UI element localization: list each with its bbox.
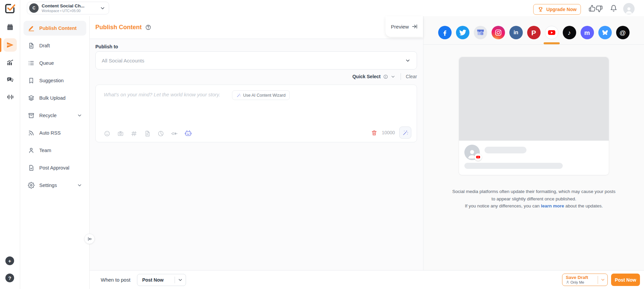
rail-item-publish[interactable] [3,38,17,52]
hashtag-icon[interactable] [131,130,137,137]
threads-icon[interactable]: @ [616,26,630,39]
user-avatar[interactable] [623,3,635,14]
composer-placeholder: What's on your mind? Let the world know … [104,92,220,97]
ai-content-wizard-button[interactable]: Use AI Content Wizard [232,90,290,100]
formatting-disclaimer: Social media platforms often update thei… [433,188,635,210]
save-draft-texts: Save Draft Only Me [562,275,598,284]
schedule-select[interactable]: Post Now [137,274,186,286]
sidebar-item-label: Draft [39,43,50,48]
chevron-down-icon [405,58,411,63]
quick-select-label[interactable]: Quick Select [352,74,380,79]
when-to-post-label: When to post [101,277,130,283]
post-composer-input[interactable]: What's on your mind? Let the world know … [95,85,417,142]
chevron-down-icon [178,277,183,283]
layers-icon [28,95,35,101]
sidebar-item-label: Settings [39,183,57,188]
preview-toggle-button[interactable]: Preview [385,16,423,37]
rss-icon [28,130,35,136]
save-draft-dropdown[interactable] [598,277,607,282]
workspace-meta: Workspace • UTC+05:00 [42,9,97,13]
workspace-texts: Content Social Ch... Workspace • UTC+05:… [42,3,97,13]
description-skeleton [464,163,563,169]
rail-item-inbox[interactable] [3,73,17,87]
youtube-icon[interactable] [545,26,558,39]
pie-chart-icon[interactable] [157,130,164,137]
feedback-thumbs-down-button[interactable] [596,5,603,12]
sidebar-item-queue[interactable]: Queue [24,56,86,70]
composer-toolbar [104,130,192,137]
google-business-icon[interactable] [474,26,487,39]
bookmark-icon [28,77,35,84]
app-logo-icon[interactable] [4,3,16,14]
question-icon: ? [8,275,11,281]
feedback-thumbs-up-button[interactable] [589,5,596,12]
save-draft-button[interactable]: Save Draft Only Me [562,274,608,286]
learn-more-link[interactable]: learn more [541,203,564,208]
sidebar-item-auto-rss[interactable]: Auto RSS [24,126,86,140]
text-snippet-icon[interactable] [144,130,151,137]
plug-integration-icon[interactable] [171,130,178,137]
sidebar-item-label: Auto RSS [39,130,61,136]
info-icon[interactable] [383,74,388,79]
post-now-button[interactable]: Post Now [611,274,640,286]
sidebar-item-settings[interactable]: Settings [24,178,86,193]
upgrade-label: Upgrade Now [546,7,577,12]
upgrade-now-button[interactable]: Upgrade Now [533,4,581,15]
collapse-left-icon [87,236,92,242]
calendar-icon [6,23,14,31]
sidebar: Publish Content Draft Queue Suggestion B… [20,16,90,289]
bluesky-icon[interactable] [598,26,612,39]
sidebar-item-recycle[interactable]: Recycle [24,108,86,123]
mastodon-icon[interactable]: m [581,26,594,39]
add-button[interactable]: + [5,256,14,265]
pinterest-icon[interactable]: P [527,26,541,39]
sidebar-item-post-approval[interactable]: Post Approval [24,160,86,175]
gear-icon [28,182,35,189]
workspace-name: Content Social Ch... [42,3,97,9]
disclaimer-line-3-prefix: If you notice any differences, you can [465,203,541,208]
sidebar-item-label: Queue [39,60,54,66]
user-icon [28,147,35,154]
thumbs-down-icon [596,5,603,12]
clear-button[interactable]: Clear [406,74,417,79]
sidebar-item-draft[interactable]: Draft [24,38,86,53]
sidebar-item-label: Suggestion [39,78,64,83]
sidebar-item-publish-content[interactable]: Publish Content [24,21,86,36]
ai-robot-icon[interactable] [184,130,192,137]
sidebar-item-suggestion[interactable]: Suggestion [24,73,86,88]
facebook-icon[interactable] [438,26,452,39]
twitter-icon[interactable] [456,26,469,39]
platform-tabs: in P ♪ m @ [423,16,644,45]
sidebar-collapse-button[interactable] [84,234,95,244]
help-question-icon[interactable] [145,24,151,31]
ai-wand-button[interactable] [399,127,411,139]
icon-rail: + ? [0,0,20,289]
tiktok-icon[interactable]: ♪ [563,26,576,39]
chevron-down-icon[interactable] [390,74,396,79]
sidebar-item-label: Team [39,148,51,153]
post-now-label: Post Now [615,277,636,283]
help-button[interactable]: ? [5,274,14,282]
page-header: Publish Content [90,16,423,39]
camera-media-icon[interactable] [117,130,124,137]
notifications-button[interactable] [610,5,617,12]
chevron-down-icon [600,277,605,282]
emoji-icon[interactable] [104,130,110,137]
social-accounts-select[interactable]: All Social Accounts [95,51,417,69]
paper-plane-icon [6,41,14,49]
rail-item-analytics[interactable] [3,56,17,69]
queue-list-icon [28,60,35,66]
file-check-icon [28,164,35,171]
sidebar-item-team[interactable]: Team [24,143,86,158]
sidebar-item-bulk-upload[interactable]: Bulk Upload [24,91,86,105]
rail-item-planner[interactable] [3,20,17,34]
linkedin-icon[interactable]: in [509,26,523,39]
trash-icon[interactable] [371,130,377,136]
instagram-icon[interactable] [492,26,505,39]
quick-select-row: Quick Select Clear [95,72,417,81]
youtube-badge [474,153,482,161]
schedule-value: Post Now [137,277,175,283]
divider [401,73,401,80]
rail-item-listening[interactable] [3,90,17,104]
workspace-selector[interactable]: C Content Social Ch... Workspace • UTC+0… [27,2,109,14]
